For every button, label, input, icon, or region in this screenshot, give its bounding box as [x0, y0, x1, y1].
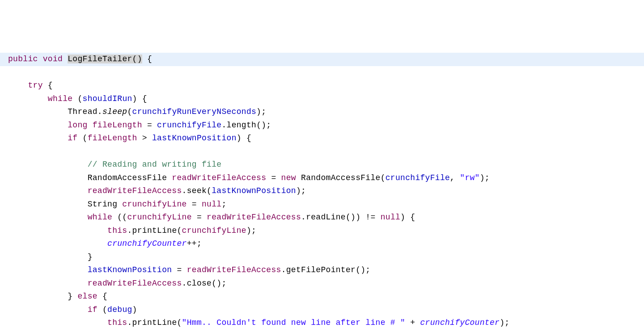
field-shouldIRun: shouldIRun [83, 94, 132, 103]
field-lastKnownPosition: lastKnownPosition [152, 134, 237, 143]
keyword-this: this [107, 226, 127, 235]
code-line-12: while ((crunchifyLine = readWriteFileAcc… [8, 213, 415, 222]
field-crunchifyRunEveryNSeconds: crunchifyRunEveryNSeconds [132, 107, 257, 116]
field-debug: debug [107, 305, 132, 314]
local-readWriteFileAccess: readWriteFileAccess [172, 173, 266, 182]
static-method-sleep: sleep [102, 107, 127, 116]
keyword-while-2: while [88, 213, 113, 222]
method-name-highlighted: LogFileTailer( [68, 55, 137, 63]
local-readWriteFileAccess-4: readWriteFileAccess [187, 265, 281, 274]
local-crunchifyLine-3: crunchifyLine [182, 226, 246, 235]
field-lastKnownPosition-3: lastKnownPosition [88, 265, 172, 274]
code-line-16: lastKnownPosition = readWriteFileAccess.… [8, 265, 370, 274]
field-crunchifyFile: crunchifyFile [157, 121, 221, 130]
keyword-public: public [8, 55, 38, 63]
method-name-paren: ) [137, 55, 142, 63]
code-line-20: this.printLine("Hmm.. Couldn't found new… [8, 318, 509, 327]
keyword-while: while [48, 94, 73, 103]
local-readWriteFileAccess-2: readWriteFileAccess [88, 186, 182, 195]
field-lastKnownPosition-2: lastKnownPosition [212, 186, 296, 195]
local-crunchifyLine: crunchifyLine [122, 200, 186, 209]
code-line-19: if (debug) [8, 305, 137, 314]
code-line-13: this.printLine(crunchifyLine); [8, 226, 256, 235]
keyword-if: if [68, 134, 77, 143]
keyword-new: new [281, 173, 296, 182]
code-line-4: Thread.sleep(crunchifyRunEveryNSeconds); [8, 107, 266, 116]
string-rw: "rw" [460, 173, 479, 182]
keyword-long: long [68, 121, 87, 130]
keyword-if-2: if [88, 305, 97, 314]
comment-line: // Reading and writing file [8, 160, 221, 169]
keyword-try: try [28, 81, 42, 90]
code-line-10: readWriteFileAccess.seek(lastKnownPositi… [8, 186, 306, 195]
code-line-11: String crunchifyLine = null; [8, 200, 227, 209]
code-line-3: while (shouldIRun) { [8, 94, 147, 103]
local-readWriteFileAccess-3: readWriteFileAccess [207, 213, 301, 222]
string-msg: "Hmm.. Couldn't found new line after lin… [182, 318, 406, 327]
code-line-1: public void LogFileTailer() { [0, 53, 644, 66]
local-readWriteFileAccess-5: readWriteFileAccess [88, 279, 182, 288]
keyword-this-2: this [107, 318, 127, 327]
code-line-17: readWriteFileAccess.close(); [8, 279, 227, 288]
code-line-2: try { [8, 81, 53, 90]
keyword-void: void [43, 55, 63, 63]
code-block: public void LogFileTailer() { try { whil… [0, 53, 644, 328]
local-fileLength: fileLength [93, 121, 142, 130]
local-crunchifyLine-2: crunchifyLine [127, 213, 191, 222]
static-field-crunchifyCounter-2: crunchifyCounter [420, 318, 500, 327]
code-line-9: RandomAccessFile readWriteFileAccess = n… [8, 173, 490, 182]
code-line-15: } [8, 252, 93, 261]
local-fileLength-use: fileLength [88, 134, 137, 143]
keyword-null-2: null [381, 213, 400, 222]
field-crunchifyFile-2: crunchifyFile [386, 173, 450, 182]
code-line-14: crunchifyCounter++; [8, 239, 202, 248]
code-line-6: if (fileLength > lastKnownPosition) { [8, 134, 251, 143]
static-field-crunchifyCounter: crunchifyCounter [107, 239, 187, 248]
keyword-else: else [77, 292, 97, 301]
code-line-18: } else { [8, 292, 107, 301]
keyword-null: null [202, 200, 221, 209]
code-line-5: long fileLength = crunchifyFile.length()… [8, 121, 271, 130]
